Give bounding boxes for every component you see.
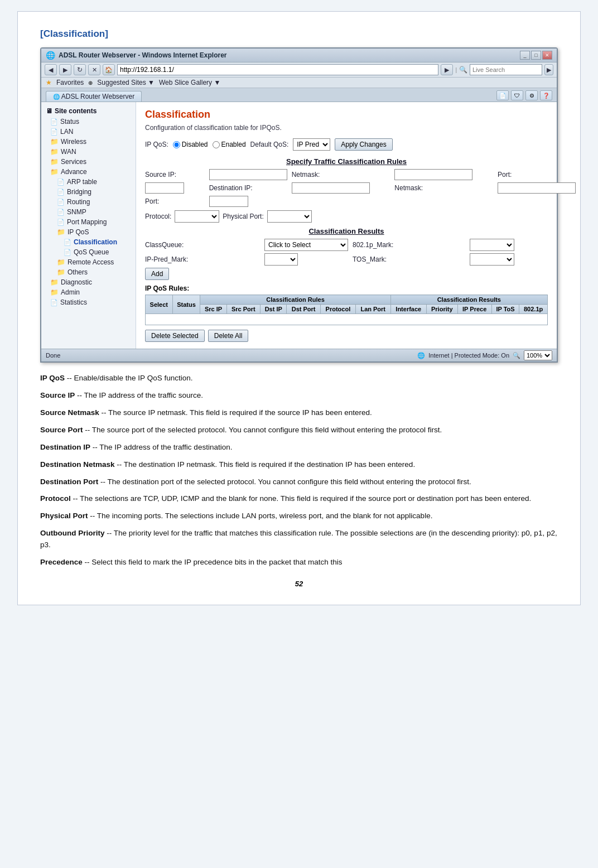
sidebar-item-routing[interactable]: 📄 Routing <box>41 197 136 207</box>
desc-physport-text: The incoming ports. The selections inclu… <box>97 512 433 520</box>
doc-icon-bridging: 📄 <box>57 189 65 196</box>
status-right: 🌐 Internet | Protected Mode: On 🔍 100% <box>417 350 552 360</box>
enabled-radio[interactable] <box>213 141 220 148</box>
default-qos-select[interactable]: IP Pred <box>293 138 330 151</box>
sidebar-item-qosqueue[interactable]: 📄 QoS Queue <box>41 247 136 257</box>
rules-table: Select Status Classification Rules Class… <box>145 295 548 325</box>
safety-button[interactable]: 🛡 <box>511 90 523 100</box>
apply-changes-button[interactable]: Apply Changes <box>335 138 392 151</box>
search-input[interactable] <box>470 64 542 75</box>
search-go-button[interactable]: ▶ <box>544 64 553 75</box>
maximize-button[interactable]: □ <box>531 51 541 60</box>
window-controls: _ □ ✕ <box>520 51 552 60</box>
browser-content: 🖥 Site contents 📄 Status 📄 LAN 📁 Wireles… <box>41 102 557 349</box>
back-button[interactable]: ◀ <box>45 64 57 75</box>
favorites-bar: ★ Favorites ⊕ Suggested Sites ▼ Web Slic… <box>41 78 557 88</box>
separator: | <box>455 67 457 73</box>
sidebar-label-portmapping: Port Mapping <box>67 218 107 226</box>
sidebar-item-advance[interactable]: 📁 Advance <box>41 167 136 177</box>
table-empty-row <box>146 314 548 325</box>
sidebar-label-arp: ARP table <box>67 178 97 186</box>
sidebar-item-snmp[interactable]: 📄 SNMP <box>41 207 136 217</box>
browser-window: 🌐 ADSL Router Webserver - Windows Intern… <box>40 47 558 363</box>
status-bar: Done 🌐 Internet | Protected Mode: On 🔍 1… <box>41 349 557 361</box>
suggested-sites-button[interactable]: Suggested Sites ▼ <box>97 79 155 86</box>
sidebar-item-ipqos[interactable]: 📁 IP QoS <box>41 227 136 237</box>
sidebar-label-remote: Remote Access <box>67 258 114 266</box>
desc-sourceip: Source IP -- The IP address of the traff… <box>40 390 558 402</box>
desc-ipqos: IP QoS -- Enable/disable the IP QoS func… <box>40 373 558 384</box>
delete-all-button[interactable]: Delete All <box>208 330 249 342</box>
disabled-radio-label[interactable]: Disabled <box>173 141 208 148</box>
help-button[interactable]: ❓ <box>540 90 552 100</box>
physical-port-label: Physical Port: <box>223 213 263 220</box>
star-icon: ★ <box>46 79 52 86</box>
desc-destnetmask-text: The destination IP netmask. This field i… <box>124 460 415 469</box>
col-lanport: Lan Port <box>355 305 390 314</box>
sidebar-item-remoteaccess[interactable]: 📁 Remote Access <box>41 257 136 267</box>
class-queue-select[interactable]: Click to Select <box>264 239 348 251</box>
folder-icon-services: 📁 <box>50 158 59 166</box>
physical-port-select[interactable] <box>267 210 312 223</box>
page-button[interactable]: 📄 <box>496 90 509 100</box>
sidebar-label-status: Status <box>60 118 79 126</box>
forward-button[interactable]: ▶ <box>59 64 71 75</box>
protocol-select[interactable]: TCP UDP ICMP <box>175 210 219 223</box>
sidebar-header-label: Site contents <box>55 107 97 115</box>
port2-input[interactable] <box>209 196 248 207</box>
refresh-button[interactable]: ↻ <box>74 64 86 75</box>
mark-802-select[interactable] <box>470 239 514 251</box>
sidebar-item-wireless[interactable]: 📁 Wireless <box>41 137 136 147</box>
web-slice-button[interactable]: Web Slice Gallery ▼ <box>159 79 220 86</box>
dest-ip-input[interactable] <box>292 182 370 194</box>
classification-rules-header: Classification Rules <box>200 295 390 305</box>
sidebar-item-admin[interactable]: 📁 Admin <box>41 287 136 297</box>
desc-sourceip-text: The IP address of the traffic source. <box>84 391 203 399</box>
go-button[interactable]: ▶ <box>441 64 453 75</box>
class-queue-label: ClassQueue: <box>145 241 260 249</box>
sidebar-item-status[interactable]: 📄 Status <box>41 117 136 127</box>
desc-destip-term: Destination IP <box>40 443 90 451</box>
netmask2-input[interactable] <box>498 182 576 194</box>
sidebar-item-portmapping[interactable]: 📄 Port Mapping <box>41 217 136 227</box>
folder-icon-wan: 📁 <box>50 148 59 156</box>
source-ip-input[interactable] <box>209 169 287 180</box>
sidebar-item-lan[interactable]: 📄 LAN <box>41 127 136 137</box>
sidebar-item-services[interactable]: 📁 Services <box>41 157 136 167</box>
sidebar-item-diagnostic[interactable]: 📁 Diagnostic <box>41 277 136 287</box>
close-button[interactable]: ✕ <box>542 51 552 60</box>
tools-button[interactable]: ⚙ <box>525 90 538 100</box>
sidebar-item-classification[interactable]: 📄 Classification <box>41 237 136 247</box>
sidebar-label-classification: Classification <box>74 238 117 246</box>
home-button[interactable]: 🏠 <box>103 64 115 75</box>
sidebar-item-statistics[interactable]: 📄 Statistics <box>41 297 136 307</box>
tos-mark-select[interactable] <box>470 253 514 266</box>
delete-selected-button[interactable]: Delete Selected <box>145 330 205 342</box>
sidebar-header[interactable]: 🖥 Site contents <box>41 105 136 117</box>
netmask-input[interactable] <box>394 169 472 180</box>
sidebar-icon: 🖥 <box>46 107 52 115</box>
bottom-buttons: Delete Selected Delete All <box>145 330 548 342</box>
sidebar-item-bridging[interactable]: 📄 Bridging <box>41 187 136 197</box>
sidebar-label-admin: Admin <box>61 288 80 296</box>
sidebar-item-wan[interactable]: 📁 WAN <box>41 147 136 157</box>
main-tab[interactable]: 🌐 ADSL Router Webserver <box>46 91 142 102</box>
enabled-radio-label[interactable]: Enabled <box>213 141 246 148</box>
favorites-button[interactable]: Favorites <box>56 79 84 86</box>
desc-sourceport-text: The source port of the selected protocol… <box>92 426 442 434</box>
minimize-button[interactable]: _ <box>520 51 530 60</box>
folder-icon-diagnostic: 📁 <box>50 278 59 286</box>
tab-bar: 🌐 ADSL Router Webserver 📄 🛡 ⚙ ❓ <box>41 88 557 102</box>
status-right-text: Internet | Protected Mode: On <box>428 352 509 359</box>
zoom-select[interactable]: 100% <box>524 350 552 360</box>
port-input[interactable] <box>145 182 184 194</box>
stop-button[interactable]: ✕ <box>88 64 100 75</box>
sidebar-item-others[interactable]: 📁 Others <box>41 267 136 277</box>
disabled-radio[interactable] <box>173 141 180 148</box>
add-button[interactable]: Add <box>145 268 169 280</box>
desc-sourceip-sep: -- <box>77 391 84 399</box>
ip-pred-select[interactable] <box>264 253 298 266</box>
address-input[interactable] <box>117 64 438 75</box>
sidebar-item-arp[interactable]: 📄 ARP table <box>41 177 136 187</box>
description-section: IP QoS -- Enable/disable the IP QoS func… <box>40 373 558 568</box>
